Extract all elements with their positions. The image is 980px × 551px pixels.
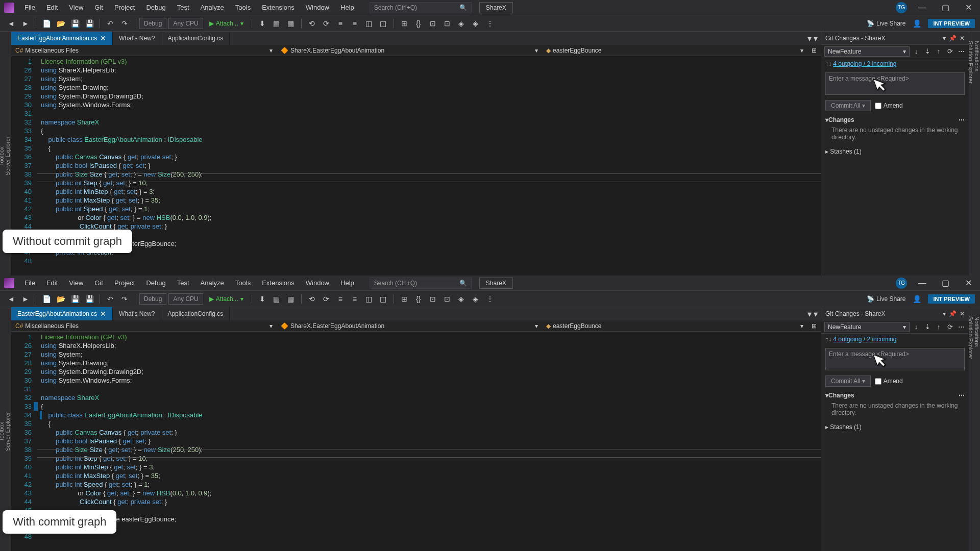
menu-project[interactable]: Project — [109, 2, 140, 13]
menu-git[interactable]: Git — [89, 2, 108, 13]
search-input[interactable]: Search (Ctrl+Q) 🔍 — [370, 2, 472, 13]
sync-link[interactable]: 4 outgoing / 2 incoming — [833, 336, 896, 343]
tab-applicationconfig-cs[interactable]: ApplicationConfig.cs — [161, 32, 230, 45]
tb-icon-5[interactable]: ⟳ — [320, 293, 332, 305]
bc-class[interactable]: 🔶 ShareX.EasterEggAboutAnimation ▾ — [277, 320, 542, 331]
open-icon[interactable]: 📂 — [55, 17, 67, 30]
more-icon[interactable]: ⋯ — [957, 323, 966, 331]
undo-icon[interactable]: ↶ — [104, 17, 116, 30]
menu-extensions[interactable]: Extensions — [257, 2, 300, 13]
tab-add-icon[interactable]: ▾ — [814, 34, 818, 43]
tb-icon-2[interactable]: ▦ — [271, 17, 283, 30]
nav-back-icon[interactable]: ◄ — [5, 293, 17, 305]
save-all-icon[interactable]: 💾 — [83, 17, 95, 30]
more-icon[interactable]: ⋯ — [957, 47, 966, 55]
tb-icon-6[interactable]: ≡ — [334, 17, 347, 30]
live-share-button[interactable]: 📡 Live Share — [867, 20, 905, 27]
tb-icon-6[interactable]: ≡ — [334, 293, 347, 305]
notifications-tab[interactable]: Notifications — [974, 41, 980, 271]
stashes-section[interactable]: ▸ Stashes (1) — [821, 145, 969, 158]
tab-eastereggaboutanimation-cs[interactable]: EasterEggAboutAnimation.cs✕ — [11, 32, 113, 45]
tb-icon-10[interactable]: ⊞ — [398, 293, 410, 305]
tb-icon-1[interactable]: ⬇ — [256, 17, 268, 30]
changes-more-icon[interactable]: ⋯ — [959, 392, 965, 399]
bc-member[interactable]: ◆ easterEggBounce ▾ — [542, 320, 807, 331]
menu-git[interactable]: Git — [89, 277, 108, 289]
solution-explorer-tab[interactable]: Solution Explorer — [968, 41, 974, 271]
maximize-icon[interactable]: ▢ — [938, 3, 953, 13]
tb-icon-3[interactable]: ▦ — [285, 17, 297, 30]
solution-name-button[interactable]: ShareX — [479, 2, 513, 13]
sync-icon[interactable]: ⟳ — [945, 323, 954, 331]
menu-test[interactable]: Test — [172, 277, 194, 289]
new-file-icon[interactable]: 📄 — [40, 293, 53, 305]
tab-what-s-new-[interactable]: What's New? — [113, 307, 161, 320]
bc-project[interactable]: C# Miscellaneous Files ▾ — [11, 320, 277, 331]
changes-more-icon[interactable]: ⋯ — [959, 116, 965, 123]
tab-eastereggaboutanimation-cs[interactable]: EasterEggAboutAnimation.cs✕ — [11, 307, 113, 320]
tb-icon-13[interactable]: ⊡ — [441, 17, 453, 30]
branch-selector[interactable]: NewFeature▾ — [824, 322, 910, 332]
menu-debug[interactable]: Debug — [141, 277, 170, 289]
menu-window[interactable]: Window — [301, 277, 334, 289]
menu-view[interactable]: View — [64, 2, 88, 13]
menu-view[interactable]: View — [64, 277, 88, 289]
bc-project[interactable]: C# Miscellaneous Files ▾ — [11, 45, 277, 56]
solution-explorer-tab[interactable]: Solution Explorer — [968, 316, 974, 547]
fetch-icon[interactable]: ↓ — [912, 323, 921, 331]
menu-test[interactable]: Test — [172, 2, 194, 13]
tab-close-icon[interactable]: ✕ — [100, 34, 106, 42]
attach-button[interactable]: ▶ Attach... ▾ — [205, 19, 248, 28]
undo-icon[interactable]: ↶ — [104, 293, 116, 305]
menu-tools[interactable]: Tools — [230, 277, 256, 289]
tb-icon-9[interactable]: ◫ — [377, 17, 389, 30]
tb-icon-8[interactable]: ◫ — [363, 17, 375, 30]
pull-icon[interactable]: ⇣ — [923, 47, 932, 55]
close-panel-icon[interactable]: ✕ — [960, 310, 965, 317]
code-editor[interactable]: 1262728293031323334353637383940414243444… — [11, 56, 821, 276]
save-all-icon[interactable]: 💾 — [83, 293, 95, 305]
menu-window[interactable]: Window — [301, 2, 334, 13]
menu-edit[interactable]: Edit — [41, 277, 63, 289]
user-avatar[interactable]: TG — [896, 2, 907, 13]
commit-all-button[interactable]: Commit All ▾ — [825, 375, 871, 387]
tab-add-icon[interactable]: ▾ — [814, 309, 818, 319]
tab-overflow-icon[interactable]: ▾ — [807, 34, 812, 43]
dropdown-icon[interactable]: ▾ — [943, 310, 946, 317]
maximize-icon[interactable]: ▢ — [938, 278, 953, 288]
tb-icon-14[interactable]: ◈ — [455, 293, 468, 305]
tb-icon-7[interactable]: ≡ — [349, 17, 361, 30]
menu-tools[interactable]: Tools — [230, 2, 256, 13]
tb-icon-3[interactable]: ▦ — [285, 293, 297, 305]
menu-edit[interactable]: Edit — [41, 2, 63, 13]
save-icon[interactable]: 💾 — [69, 293, 81, 305]
close-panel-icon[interactable]: ✕ — [960, 35, 965, 42]
tb-icon-11[interactable]: {} — [412, 17, 425, 30]
tb-icon-11[interactable]: {} — [412, 293, 425, 305]
bc-member[interactable]: ◆ easterEggBounce ▾ — [542, 45, 807, 56]
amend-checkbox[interactable]: Amend — [875, 378, 903, 385]
feedback-icon[interactable]: 👤 — [911, 293, 923, 305]
sync-icon[interactable]: ⟳ — [945, 47, 954, 55]
tb-icon-16[interactable]: ⋮ — [484, 17, 496, 30]
pin-icon[interactable]: 📌 — [949, 35, 957, 42]
tb-icon-2[interactable]: ▦ — [271, 293, 283, 305]
push-icon[interactable]: ↑ — [934, 47, 943, 55]
commit-message-input[interactable]: Enter a message <Required> — [825, 348, 965, 370]
tab-applicationconfig-cs[interactable]: ApplicationConfig.cs — [161, 307, 230, 320]
tb-icon-10[interactable]: ⊞ — [398, 17, 410, 30]
search-input[interactable]: Search (Ctrl+Q) 🔍 — [370, 278, 472, 289]
tb-icon-15[interactable]: ◈ — [470, 17, 482, 30]
config-dropdown[interactable]: Debug — [139, 18, 166, 29]
tb-icon-4[interactable]: ⟲ — [306, 293, 318, 305]
menu-file[interactable]: File — [19, 277, 40, 289]
close-icon[interactable]: ✕ — [961, 278, 976, 288]
new-file-icon[interactable]: 📄 — [40, 17, 53, 30]
tab-what-s-new-[interactable]: What's New? — [113, 32, 161, 45]
tb-icon-5[interactable]: ⟳ — [320, 17, 332, 30]
push-icon[interactable]: ↑ — [934, 323, 943, 331]
tb-icon-13[interactable]: ⊡ — [441, 293, 453, 305]
redo-icon[interactable]: ↷ — [118, 17, 131, 30]
platform-dropdown[interactable]: Any CPU — [168, 293, 203, 305]
branch-selector[interactable]: NewFeature▾ — [824, 46, 910, 57]
